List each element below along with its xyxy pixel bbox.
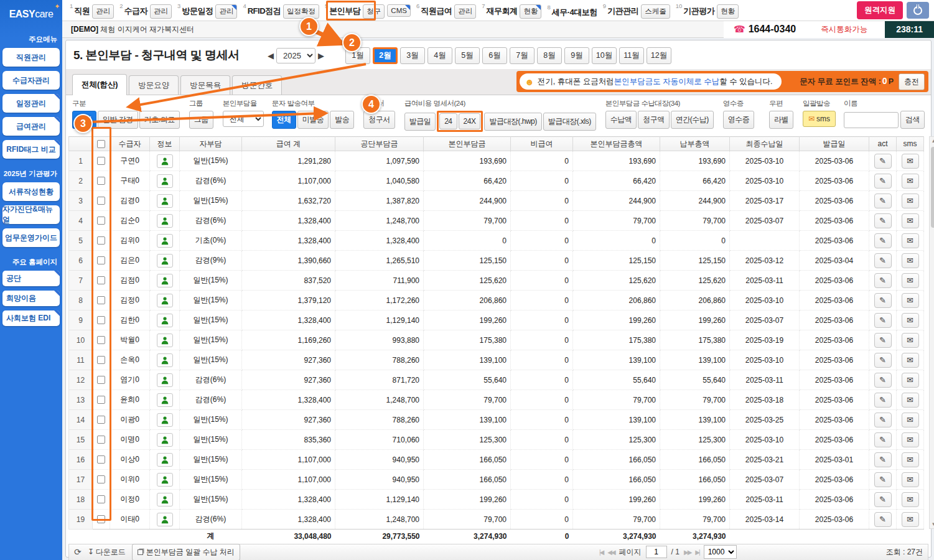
month-button-4월[interactable]: 4월: [427, 47, 452, 64]
nav-action-button[interactable]: 관리: [215, 4, 237, 19]
download-button[interactable]: ↧ 다운로드: [88, 547, 126, 558]
month-button-8월[interactable]: 8월: [537, 47, 562, 64]
edit-button[interactable]: ✎: [874, 432, 892, 447]
recipient-info-button[interactable]: [157, 473, 173, 487]
recipient-info-button[interactable]: [157, 493, 173, 506]
next-year-button[interactable]: ▶: [318, 51, 324, 60]
last-page-icon[interactable]: ▶|: [695, 549, 699, 556]
filter-button-24X[interactable]: 24X: [459, 113, 481, 129]
sidebar-item-자가진단&매뉴얼[interactable]: 자가진단&매뉴얼: [2, 205, 60, 224]
filter-button-미발송[interactable]: 미발송: [297, 111, 329, 129]
row-checkbox[interactable]: [97, 416, 105, 424]
filter-button-발급일[interactable]: 발급일: [404, 113, 436, 131]
month-button-1월[interactable]: 1월: [345, 47, 370, 64]
filter-button-라벨[interactable]: 라벨: [769, 111, 793, 129]
edit-button[interactable]: ✎: [874, 512, 892, 527]
nav-action-button[interactable]: 관리: [92, 4, 114, 19]
filter-button-전체[interactable]: 전체: [72, 111, 96, 129]
edit-button[interactable]: ✎: [874, 313, 892, 328]
row-checkbox[interactable]: [97, 495, 105, 503]
nav-item-4[interactable]: 4RFID점검일정확정: [243, 2, 319, 19]
nav-action-button[interactable]: 청구: [363, 4, 385, 19]
row-checkbox[interactable]: [97, 356, 105, 364]
filter-button-일반.감경[interactable]: 일반.감경: [98, 111, 138, 129]
month-button-12월[interactable]: 12월: [647, 47, 671, 64]
recipient-info-button[interactable]: [157, 353, 173, 367]
filter-button-전체[interactable]: 전체: [272, 111, 296, 129]
nav-action-button[interactable]: 일정확정: [283, 4, 319, 19]
nav-item-8[interactable]: 8세무·4대보험: [547, 3, 597, 18]
nav-action-button[interactable]: CMS: [387, 4, 411, 17]
tab-방문요양[interactable]: 방문요양: [129, 75, 179, 95]
tab-방문목욕[interactable]: 방문목욕: [180, 75, 230, 95]
row-checkbox[interactable]: [97, 276, 105, 284]
row-checkbox[interactable]: [97, 376, 105, 384]
nav-action-button[interactable]: 현황: [717, 4, 739, 19]
bulk-receive-button[interactable]: 본인부담금 일괄 수납 처리: [132, 544, 240, 560]
row-checkbox[interactable]: [97, 475, 105, 483]
sms-button[interactable]: ✉: [902, 293, 919, 308]
filter-button-청구서[interactable]: 청구서: [363, 111, 395, 129]
recipient-info-button[interactable]: [157, 294, 173, 307]
row-checkbox[interactable]: [97, 296, 105, 304]
sms-button[interactable]: ✉: [902, 452, 919, 467]
sms-button[interactable]: ✉: [902, 213, 919, 228]
sms-button[interactable]: ✉: [902, 313, 919, 328]
nav-item-10[interactable]: 10기관평가현황: [676, 2, 739, 19]
month-button-6월[interactable]: 6월: [482, 47, 507, 64]
recipient-info-button[interactable]: [157, 373, 173, 387]
recipient-info-button[interactable]: [157, 453, 173, 467]
sidebar-item-서류작성현황[interactable]: 서류작성현황: [2, 182, 60, 201]
scroll-up-icon[interactable]: ▲: [930, 138, 934, 144]
power-button[interactable]: [907, 2, 929, 19]
sidebar-item-희망이음[interactable]: 희망이음: [2, 291, 60, 306]
filter-button-발송[interactable]: 발송: [330, 111, 354, 129]
nav-action-button[interactable]: 현황: [520, 4, 541, 19]
edit-button[interactable]: ✎: [874, 253, 892, 268]
scroll-thumb[interactable]: [931, 147, 934, 228]
remote-support-button[interactable]: 원격지원: [857, 1, 903, 19]
recipient-info-button[interactable]: [157, 393, 173, 407]
next-page-icon[interactable]: ▶▶: [684, 549, 691, 556]
recipient-info-button[interactable]: [157, 214, 173, 228]
sms-button[interactable]: ✉: [902, 194, 919, 208]
scroll-down-icon[interactable]: ▼: [930, 521, 934, 527]
row-checkbox[interactable]: [97, 316, 105, 324]
month-button-7월[interactable]: 7월: [510, 47, 535, 64]
nav-item-1[interactable]: 1직원관리: [70, 2, 114, 19]
nav-item-3[interactable]: 3방문일정관리: [177, 2, 237, 19]
edit-button[interactable]: ✎: [874, 174, 892, 189]
prev-page-icon[interactable]: ◀◀: [607, 549, 614, 556]
filter-button-그룹[interactable]: 그룹: [189, 111, 213, 129]
row-checkbox[interactable]: [97, 396, 105, 404]
edit-button[interactable]: ✎: [874, 233, 892, 248]
filter-button-영수증[interactable]: 영수증: [723, 111, 755, 129]
sidebar-item-수급자관리[interactable]: 수급자관리: [2, 71, 60, 90]
edit-button[interactable]: ✎: [874, 413, 892, 427]
sms-button[interactable]: ✉: [902, 472, 919, 487]
month-button-11월[interactable]: 11월: [619, 47, 644, 64]
filter-button-24[interactable]: 24: [439, 113, 457, 129]
edit-button[interactable]: ✎: [874, 492, 892, 507]
charge-button[interactable]: 충전: [899, 73, 925, 90]
sidebar-item-공단[interactable]: 공단: [2, 271, 60, 286]
sms-button[interactable]: ✉: [902, 492, 919, 507]
edit-button[interactable]: ✎: [874, 472, 892, 487]
month-button-5월[interactable]: 5월: [455, 47, 480, 64]
sidebar-item-업무운영가이드[interactable]: 업무운영가이드: [2, 228, 60, 247]
sidebar-item-직원관리[interactable]: 직원관리: [2, 48, 60, 67]
sms-button[interactable]: ✉: [902, 373, 919, 388]
recipient-info-button[interactable]: [157, 194, 173, 208]
month-button-10월[interactable]: 10월: [592, 47, 617, 64]
row-checkbox[interactable]: [97, 515, 105, 523]
name-search-input[interactable]: [844, 112, 899, 128]
sms-button[interactable]: ✉: [902, 333, 919, 348]
nav-item-2[interactable]: 2수급자관리: [119, 2, 172, 19]
nav-item-6[interactable]: 6직원급여관리: [416, 2, 476, 19]
tab-전체(합산)[interactable]: 전체(합산): [72, 74, 127, 95]
filter-select[interactable]: 전체: [223, 111, 264, 127]
refresh-icon[interactable]: ⟳: [74, 547, 82, 557]
edit-button[interactable]: ✎: [874, 293, 892, 308]
sms-button[interactable]: ✉: [902, 432, 919, 447]
select-all-checkbox[interactable]: [97, 140, 105, 148]
